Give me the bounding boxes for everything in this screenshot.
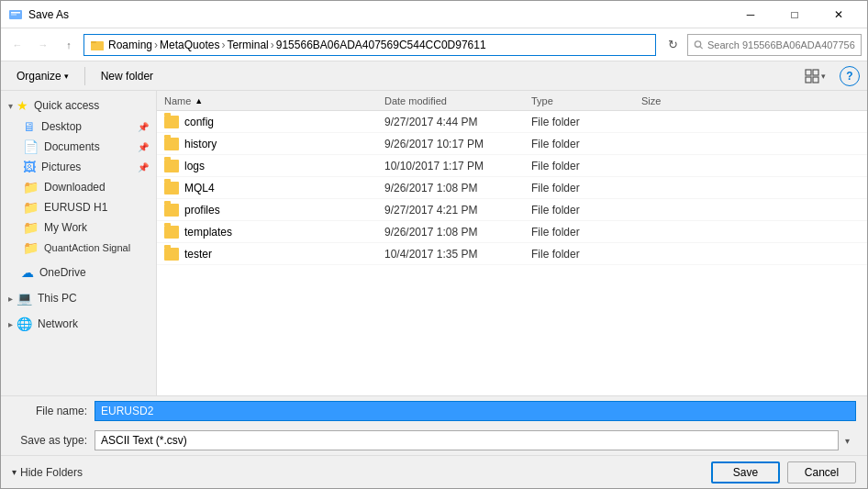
address-bar: ← → ↑ Roaming › MetaQuotes › Terminal › … bbox=[1, 28, 867, 61]
col-header-name[interactable]: Name bbox=[164, 95, 191, 106]
file-type: File folder bbox=[531, 138, 641, 150]
folder-path-icon bbox=[90, 38, 105, 52]
toolbar-separator bbox=[84, 67, 85, 85]
downloaded-folder-icon: 📁 bbox=[23, 180, 39, 194]
svg-rect-10 bbox=[806, 77, 811, 83]
sidebar-quickaccess-header[interactable]: ▾ ★ Quick access bbox=[1, 94, 156, 117]
sidebar-item-eurusd[interactable]: 📁 EURUSD H1 bbox=[1, 197, 156, 217]
sidebar-onedrive-header[interactable]: ☁ OneDrive bbox=[1, 261, 156, 283]
file-modified: 9/27/2017 4:21 PM bbox=[384, 204, 531, 217]
sidebar-item-desktop[interactable]: 🖥 Desktop 📌 bbox=[1, 117, 156, 137]
file-modified: 10/10/2017 1:17 PM bbox=[384, 160, 531, 172]
sidebar-group-network: ▸ 🌐 Network bbox=[1, 313, 156, 335]
sidebar-item-documents[interactable]: 📄 Documents 📌 bbox=[1, 137, 156, 157]
sidebar: ▾ ★ Quick access 🖥 Desktop 📌 📄 Documents… bbox=[1, 91, 157, 395]
folder-icon bbox=[164, 138, 179, 150]
thispc-label: This PC bbox=[38, 292, 77, 305]
file-name: config bbox=[184, 116, 214, 128]
table-row[interactable]: logs 10/10/2017 1:17 PM File folder bbox=[157, 155, 867, 177]
pictures-icon: 🖼 bbox=[23, 160, 36, 174]
svg-rect-8 bbox=[806, 70, 811, 75]
pin-icon-docs: 📌 bbox=[138, 142, 149, 152]
desktop-icon: 🖥 bbox=[23, 119, 36, 134]
table-row[interactable]: tester 10/4/2017 1:35 PM File folder bbox=[157, 243, 867, 265]
file-name: MQL4 bbox=[184, 182, 215, 194]
filename-row: File name: bbox=[1, 396, 867, 426]
file-name: history bbox=[184, 138, 217, 150]
forward-button[interactable]: → bbox=[32, 34, 54, 56]
col-header-size[interactable]: Size bbox=[641, 95, 661, 106]
pin-icon: 📌 bbox=[138, 122, 149, 132]
filetype-select[interactable]: ASCII Text (*.csv) bbox=[95, 430, 856, 450]
search-input[interactable] bbox=[707, 39, 855, 50]
file-type: File folder bbox=[531, 182, 641, 194]
action-buttons: Save Cancel bbox=[711, 461, 856, 483]
refresh-button[interactable]: ↻ bbox=[662, 34, 684, 56]
chevron-right-icon-network: ▸ bbox=[8, 319, 13, 329]
save-button[interactable]: Save bbox=[711, 461, 780, 483]
filename-label: File name: bbox=[12, 405, 95, 417]
help-button[interactable]: ? bbox=[840, 66, 860, 86]
file-type: File folder bbox=[531, 204, 641, 217]
title-controls: ─ □ ✕ bbox=[729, 1, 860, 28]
sidebar-group-quickaccess: ▾ ★ Quick access 🖥 Desktop 📌 📄 Documents… bbox=[1, 94, 156, 258]
view-button[interactable]: ▾ bbox=[798, 65, 832, 87]
svg-line-7 bbox=[700, 46, 703, 49]
breadcrumb-id[interactable]: 915566BA06ADA407569C544CC0D97611 bbox=[276, 39, 486, 51]
breadcrumb-metaquotes[interactable]: MetaQuotes bbox=[160, 39, 219, 51]
file-name: templates bbox=[184, 226, 232, 239]
back-button[interactable]: ← bbox=[6, 34, 28, 56]
documents-icon: 📄 bbox=[23, 139, 39, 154]
onedrive-label: OneDrive bbox=[39, 266, 86, 279]
sidebar-thispc-header[interactable]: ▸ 💻 This PC bbox=[1, 287, 156, 309]
address-path[interactable]: Roaming › MetaQuotes › Terminal › 915566… bbox=[83, 34, 656, 56]
pin-icon-pics: 📌 bbox=[138, 162, 149, 172]
sidebar-item-pictures[interactable]: 🖼 Pictures 📌 bbox=[1, 157, 156, 177]
quantaction-folder-icon: 📁 bbox=[23, 240, 39, 255]
table-row[interactable]: profiles 9/27/2017 4:21 PM File folder bbox=[157, 199, 867, 221]
toolbar: Organize ▾ New folder ▾ ? bbox=[1, 61, 867, 91]
chevron-hide-icon: ▾ bbox=[12, 467, 17, 477]
filetype-row: Save as type: ASCII Text (*.csv) ▾ bbox=[1, 426, 867, 455]
sidebar-item-downloaded[interactable]: 📁 Downloaded bbox=[1, 177, 156, 197]
file-type: File folder bbox=[531, 160, 641, 172]
sidebar-group-onedrive: ☁ OneDrive bbox=[1, 261, 156, 283]
file-name: profiles bbox=[184, 204, 220, 217]
title-text: Save As bbox=[28, 8, 69, 21]
network-label: Network bbox=[38, 317, 78, 330]
organize-button[interactable]: Organize ▾ bbox=[8, 65, 77, 87]
svg-rect-11 bbox=[813, 77, 818, 83]
maximize-button[interactable]: □ bbox=[773, 1, 816, 28]
file-rows-container: config 9/27/2017 4:44 PM File folder his… bbox=[157, 111, 867, 265]
bottom-section: File name: Save as type: ASCII Text (*.c… bbox=[1, 395, 867, 488]
svg-point-6 bbox=[695, 40, 700, 46]
chevron-down-icon: ▾ bbox=[8, 101, 13, 111]
hide-folders-toggle[interactable]: ▾ Hide Folders bbox=[12, 466, 83, 479]
new-folder-button[interactable]: New folder bbox=[93, 65, 161, 87]
up-button[interactable]: ↑ bbox=[58, 34, 80, 56]
sidebar-item-mywork[interactable]: 📁 My Work bbox=[1, 217, 156, 238]
file-name: tester bbox=[184, 248, 212, 261]
sidebar-network-header[interactable]: ▸ 🌐 Network bbox=[1, 313, 156, 335]
breadcrumb-roaming[interactable]: Roaming bbox=[108, 39, 152, 51]
filename-input[interactable] bbox=[95, 401, 856, 421]
search-icon bbox=[694, 39, 704, 50]
cancel-button[interactable]: Cancel bbox=[787, 461, 856, 483]
file-list-header: Name ▲ Date modified Type Size bbox=[157, 91, 867, 111]
table-row[interactable]: history 9/26/2017 10:17 PM File folder bbox=[157, 133, 867, 155]
quickaccess-star-icon: ★ bbox=[17, 98, 28, 113]
table-row[interactable]: templates 9/26/2017 1:08 PM File folder bbox=[157, 221, 867, 243]
svg-rect-5 bbox=[91, 41, 96, 43]
col-header-modified[interactable]: Date modified bbox=[384, 95, 447, 106]
col-header-type[interactable]: Type bbox=[531, 95, 553, 106]
sidebar-item-quantaction[interactable]: 📁 QuantAction Signal bbox=[1, 238, 156, 258]
table-row[interactable]: config 9/27/2017 4:44 PM File folder bbox=[157, 111, 867, 133]
table-row[interactable]: MQL4 9/26/2017 1:08 PM File folder bbox=[157, 177, 867, 199]
file-modified: 10/4/2017 1:35 PM bbox=[384, 248, 531, 261]
minimize-button[interactable]: ─ bbox=[729, 1, 772, 28]
close-button[interactable]: ✕ bbox=[818, 1, 860, 28]
file-list: Name ▲ Date modified Type Size config bbox=[157, 91, 867, 395]
breadcrumb-terminal[interactable]: Terminal bbox=[227, 39, 268, 51]
action-row: ▾ Hide Folders Save Cancel bbox=[1, 455, 867, 488]
search-box[interactable] bbox=[687, 34, 862, 56]
